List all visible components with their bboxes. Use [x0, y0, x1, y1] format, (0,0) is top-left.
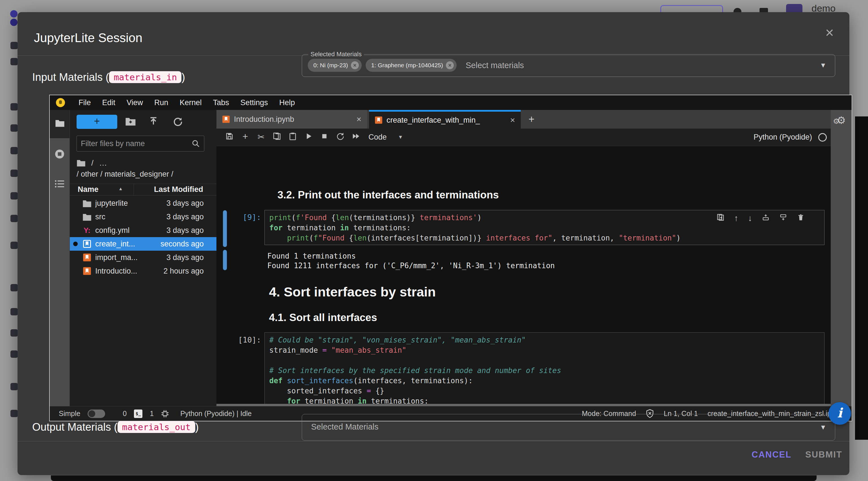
filter-files-input[interactable]: Filter files by name: [76, 136, 204, 151]
filter-placeholder: Filter files by name: [81, 139, 192, 148]
kernel-name[interactable]: Python (Pyodide): [753, 133, 812, 142]
move-down-icon[interactable]: ↓: [748, 213, 752, 223]
remove-chip-icon[interactable]: ×: [351, 61, 359, 69]
submit-button[interactable]: SUBMIT: [805, 450, 842, 460]
notebook-content[interactable]: 3.2. Print out the interfaces and termin…: [216, 146, 831, 404]
background-app-icon: [10, 351, 18, 358]
search-icon: [192, 139, 200, 148]
save-icon[interactable]: [221, 132, 237, 143]
running-sessions-tab[interactable]: [50, 149, 69, 160]
file-browser-tab[interactable]: [50, 110, 69, 138]
cancel-button[interactable]: CANCEL: [752, 450, 792, 460]
file-modified: 2 hours ago: [163, 267, 204, 275]
file-row[interactable]: src3 days ago: [70, 210, 217, 223]
output-materials-label: Output Materials (: [32, 421, 118, 433]
move-up-icon[interactable]: ↑: [734, 213, 738, 223]
notebook-toolbar: +✂ Code ▼ Python (Pyodide): [216, 128, 831, 146]
background-app-icon: [10, 192, 18, 200]
file-browser-panel: + Filter files by name: [69, 110, 216, 406]
file-row[interactable]: import_ma...3 days ago: [70, 251, 217, 264]
menu-run[interactable]: Run: [149, 98, 174, 107]
materials-in-chip: materials_in: [109, 71, 181, 83]
close-tab-icon[interactable]: ×: [356, 115, 361, 124]
stop-icon[interactable]: [316, 132, 332, 143]
copy-icon[interactable]: [269, 132, 285, 143]
cell-type-select[interactable]: Code ▼: [368, 133, 403, 142]
close-tab-icon[interactable]: ×: [510, 115, 515, 125]
menu-tabs[interactable]: Tabs: [207, 98, 235, 107]
home-folder-icon[interactable]: [76, 159, 86, 167]
output-collapser[interactable]: [223, 250, 227, 270]
background-app-icon: [10, 215, 18, 222]
jupyterlite-session-dialog: JupyterLite Session × Input Materials ( …: [18, 12, 849, 475]
file-name: config.yml: [95, 226, 166, 235]
tab-create-interface[interactable]: create_interface_with_min_ ×: [369, 110, 521, 128]
file-row[interactable]: create_int...seconds ago: [70, 237, 217, 251]
chevron-down-icon[interactable]: ▼: [820, 61, 827, 69]
menu-kernel[interactable]: Kernel: [174, 98, 207, 107]
background-app-icon: [10, 124, 18, 132]
table-of-contents-tab[interactable]: [50, 180, 69, 190]
horizontal-scrollbar[interactable]: [216, 404, 831, 406]
file-list-header[interactable]: Name ▲ Last Modified: [70, 184, 217, 196]
kernel-status-icon[interactable]: [818, 133, 827, 142]
section-heading: 4.1. Sort all interfaces: [269, 312, 377, 324]
delete-icon[interactable]: [797, 213, 805, 223]
new-tab-button[interactable]: +: [524, 112, 538, 126]
menu-settings[interactable]: Settings: [235, 98, 274, 107]
tab-introduction[interactable]: Introduction.ipynb ×: [216, 110, 367, 128]
dialog-title: JupyterLite Session: [34, 31, 143, 45]
file-row[interactable]: Y:config.yml3 days ago: [70, 223, 217, 237]
materials-out-chip: materials_out: [118, 421, 195, 433]
column-modified[interactable]: Last Modified: [154, 185, 203, 194]
selected-material-chips: 0: Ni (mp-23) × 1: Graphene (mp-1040425)…: [308, 59, 524, 72]
right-activity-bar: ⚙⚙: [831, 110, 851, 406]
run-icon[interactable]: [301, 132, 316, 143]
background-app-icon: [10, 242, 18, 249]
breadcrumb-ellipsis[interactable]: …: [99, 158, 107, 168]
restart-icon[interactable]: [332, 132, 348, 143]
background-app-icon: [10, 383, 18, 390]
new-folder-icon[interactable]: [125, 117, 136, 127]
file-modified: seconds ago: [160, 240, 204, 248]
file-name: jupyterlite: [95, 199, 166, 208]
background-app-icon: [10, 147, 18, 154]
toolbar-buttons: +✂: [221, 132, 364, 143]
remove-chip-icon[interactable]: ×: [446, 61, 454, 69]
folder-icon: [55, 119, 65, 127]
add-icon[interactable]: +: [237, 132, 253, 143]
background-app-logo: [10, 19, 18, 26]
file-row[interactable]: Introductio...2 hours ago: [70, 264, 217, 278]
close-icon[interactable]: ×: [821, 24, 838, 41]
menu-edit[interactable]: Edit: [97, 98, 121, 107]
material-chip[interactable]: 0: Ni (mp-23) ×: [308, 59, 362, 72]
code-cell[interactable]: # Could be "strain", "von_mises_strain",…: [265, 332, 825, 404]
column-name[interactable]: Name: [78, 185, 99, 194]
cell-output: Found 1 terminationsFound 1211 interface…: [267, 251, 555, 270]
info-button[interactable]: i: [829, 402, 851, 425]
paste-icon[interactable]: [285, 132, 301, 143]
section-heading: 3.2. Print out the interfaces and termin…: [277, 189, 499, 201]
page: demo JupyterLite Session × Input Materia…: [0, 0, 868, 481]
jupyterlite-frame: FileEditViewRunKernelTabsSettingsHelp: [49, 95, 852, 421]
insert-above-icon[interactable]: [762, 213, 770, 223]
duplicate-icon[interactable]: [717, 213, 724, 223]
breadcrumb[interactable]: / …: [76, 158, 107, 168]
menu-help[interactable]: Help: [274, 98, 301, 107]
notebook-icon: [375, 116, 382, 124]
output-materials-select[interactable]: Selected Materials ▼: [302, 414, 835, 441]
new-launcher-button[interactable]: +: [76, 115, 117, 129]
refresh-icon[interactable]: [173, 116, 183, 128]
file-row[interactable]: jupyterlite3 days ago: [70, 197, 217, 210]
upload-icon[interactable]: [148, 116, 158, 128]
file-list: jupyterlite3 days agosrc3 days agoY:conf…: [70, 197, 217, 278]
property-inspector-tab[interactable]: ⚙⚙: [833, 115, 846, 126]
cut-icon[interactable]: ✂: [253, 132, 269, 143]
file-modified: 3 days ago: [166, 212, 204, 221]
selected-materials-input[interactable]: Selected Materials 0: Ni (mp-23) × 1: Gr…: [302, 54, 835, 77]
material-chip[interactable]: 1: Graphene (mp-1040425) ×: [366, 59, 457, 72]
menu-file[interactable]: File: [73, 98, 97, 107]
fast-forward-icon[interactable]: [348, 132, 364, 143]
insert-below-icon[interactable]: [779, 213, 787, 223]
menu-view[interactable]: View: [121, 98, 149, 107]
